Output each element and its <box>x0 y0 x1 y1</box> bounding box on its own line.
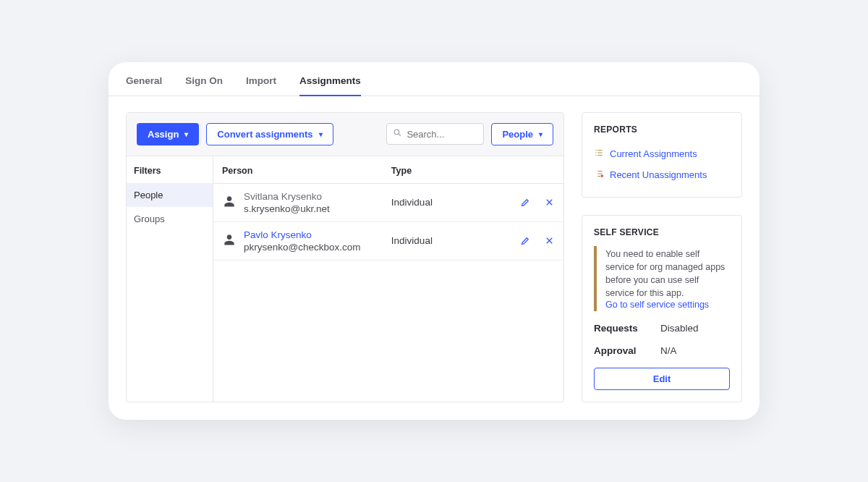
assignments-panel: Assign Convert assignments People <box>126 112 564 403</box>
search-input[interactable] <box>407 129 477 140</box>
self-service-settings-link[interactable]: Go to self service settings <box>605 300 730 310</box>
col-person: Person <box>222 166 391 176</box>
col-type: Type <box>391 166 497 176</box>
person-name-link[interactable]: Pavlo Krysenko <box>244 229 361 240</box>
edit-button[interactable]: Edit <box>594 368 730 390</box>
tab-import[interactable]: Import <box>246 75 276 96</box>
person-text: Pavlo Krysenko pkrysenko@checkbox.com <box>244 229 361 253</box>
table-row: Svitlana Krysenko s.krysenko@ukr.net Ind… <box>213 184 563 222</box>
tab-assignments[interactable]: Assignments <box>299 75 361 96</box>
main-area: Assign Convert assignments People <box>109 96 760 420</box>
list-icon <box>594 148 604 160</box>
reports-panel: REPORTS Current Assignments Recent Unass… <box>582 112 742 198</box>
toolbar: Assign Convert assignments People <box>127 113 563 156</box>
app-card: General Sign On Import Assignments Assig… <box>109 62 760 420</box>
report-link-label: Recent Unassignments <box>610 169 707 180</box>
self-service-panel: SELF SERVICE You need to enable self ser… <box>582 215 742 403</box>
scope-dropdown-label: People <box>502 129 533 140</box>
person-cell: Pavlo Krysenko pkrysenko@checkbox.com <box>222 229 391 253</box>
table: Person Type Svitlana Krysenko s.krysenko… <box>213 156 563 402</box>
report-current-assignments[interactable]: Current Assignments <box>594 143 730 164</box>
reports-title: REPORTS <box>594 124 730 135</box>
actions-cell <box>497 197 555 208</box>
type-cell: Individual <box>391 235 497 246</box>
filters-header: Filters <box>127 156 213 183</box>
filter-groups[interactable]: Groups <box>127 207 213 231</box>
assign-button[interactable]: Assign <box>137 123 199 145</box>
type-cell: Individual <box>391 197 497 208</box>
self-service-title: SELF SERVICE <box>594 227 730 237</box>
filter-people[interactable]: People <box>127 183 213 207</box>
report-recent-unassignments[interactable]: Recent Unassignments <box>594 164 730 185</box>
edit-icon[interactable] <box>520 197 531 208</box>
report-link-label: Current Assignments <box>610 148 697 159</box>
approval-row: Approval N/A <box>594 345 730 356</box>
requests-row: Requests Disabled <box>594 323 730 334</box>
body-split: Filters People Groups Person Type <box>127 156 563 402</box>
convert-button-label: Convert assignments <box>217 129 312 140</box>
filters-sidebar: Filters People Groups <box>127 156 213 402</box>
scope-dropdown[interactable]: People <box>491 123 553 145</box>
approval-value: N/A <box>660 345 677 356</box>
person-text: Svitlana Krysenko s.krysenko@ukr.net <box>244 191 330 214</box>
search-icon <box>393 128 402 140</box>
convert-assignments-button[interactable]: Convert assignments <box>206 123 333 145</box>
tab-general[interactable]: General <box>126 75 162 96</box>
close-icon[interactable] <box>544 235 555 246</box>
search-input-wrap <box>386 123 484 145</box>
edit-icon[interactable] <box>520 235 531 246</box>
table-row: Pavlo Krysenko pkrysenko@checkbox.com In… <box>213 222 563 261</box>
avatar-icon <box>222 194 237 211</box>
avatar-icon <box>222 232 237 250</box>
approval-label: Approval <box>594 345 646 356</box>
person-cell: Svitlana Krysenko s.krysenko@ukr.net <box>222 191 391 214</box>
person-email: s.krysenko@ukr.net <box>244 203 330 214</box>
person-name: Svitlana Krysenko <box>244 191 330 202</box>
right-sidebar: REPORTS Current Assignments Recent Unass… <box>582 112 742 403</box>
tab-sign-on[interactable]: Sign On <box>185 75 223 96</box>
self-service-callout: You need to enable self service for org … <box>594 246 730 312</box>
list-remove-icon <box>594 169 604 181</box>
tab-bar: General Sign On Import Assignments <box>109 62 760 96</box>
requests-value: Disabled <box>660 323 699 334</box>
svg-point-0 <box>395 130 400 135</box>
svg-line-1 <box>399 134 401 136</box>
callout-text: You need to enable self service for org … <box>605 248 730 300</box>
table-header: Person Type <box>213 156 563 184</box>
requests-label: Requests <box>594 323 646 334</box>
assign-button-label: Assign <box>148 129 179 140</box>
person-email: pkrysenko@checkbox.com <box>244 242 361 253</box>
actions-cell <box>497 235 555 246</box>
close-icon[interactable] <box>544 197 555 208</box>
